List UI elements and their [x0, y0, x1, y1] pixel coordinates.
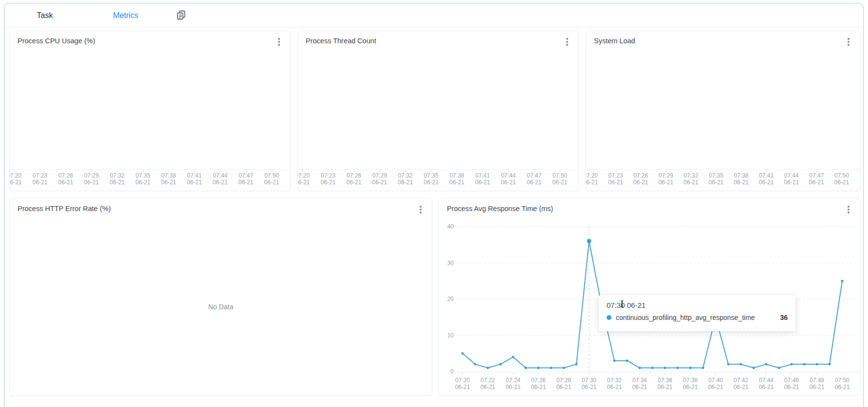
x-axis-label: 07:3506-21: [709, 173, 724, 186]
tab-task[interactable]: Task: [4, 11, 85, 20]
x-axis-label: 07:4106-21: [187, 173, 202, 186]
x-axis-label: 07:2606-21: [347, 173, 362, 186]
svg-text:10: 10: [447, 332, 454, 339]
x-axis-label: 07:2906-21: [372, 173, 387, 186]
panel-header: Process CPU Usage (%): [10, 31, 290, 51]
text-cursor-icon: I: [620, 299, 624, 309]
svg-text:07:20: 07:20: [455, 377, 470, 384]
svg-text:07:44: 07:44: [759, 377, 774, 384]
tooltip-metric-name: continuous_profiling_http_avg_response_t…: [616, 314, 755, 321]
svg-text:30: 30: [447, 260, 454, 266]
x-axis-label: 07:3806-21: [449, 173, 464, 186]
x-axis-label: 07:2306-21: [321, 173, 336, 186]
svg-text:07:30: 07:30: [582, 377, 596, 384]
svg-text:06-21: 06-21: [708, 384, 723, 390]
tooltip-series-row: continuous_profiling_http_avg_response_t…: [607, 314, 788, 321]
response-time-chart[interactable]: 01020304007:2006-2107:2206-2107:2406-210…: [439, 199, 860, 395]
x-axis-label: 07:5006-21: [834, 173, 850, 186]
panel-title: System Load: [594, 37, 635, 45]
svg-text:20: 20: [447, 296, 454, 302]
x-axis-label: 07:2006-21: [586, 173, 598, 186]
svg-text:07:36: 07:36: [658, 377, 672, 384]
svg-text:07:48: 07:48: [810, 377, 824, 384]
x-axis-label: 07:4706-21: [527, 173, 542, 186]
svg-text:07:28: 07:28: [556, 377, 571, 384]
svg-text:07:38: 07:38: [683, 377, 698, 384]
no-data-label: No Data: [10, 218, 432, 395]
svg-text:07:22: 07:22: [480, 377, 495, 384]
x-axis-label: 07:2906-21: [84, 173, 99, 186]
x-axis-label: 07:3206-21: [683, 173, 699, 186]
panel-process-cpu-usage: Process CPU Usage (%) 07:2006-2107:2306-…: [9, 31, 291, 191]
svg-text:06-21: 06-21: [506, 384, 521, 390]
x-axis-label: 07:3506-21: [135, 173, 150, 186]
tooltip-metric-value: 36: [780, 314, 788, 321]
panel-title: Process CPU Usage (%): [18, 37, 95, 45]
x-axis-label: 07:2306-21: [33, 173, 48, 186]
kebab-menu-icon[interactable]: [274, 36, 284, 48]
panel-header: System Load: [586, 31, 860, 51]
svg-text:06-21: 06-21: [683, 384, 698, 390]
svg-text:06-21: 06-21: [759, 384, 774, 390]
kebab-menu-icon[interactable]: [562, 36, 573, 48]
tab-metrics[interactable]: Metrics: [85, 11, 166, 20]
panel-title: Process HTTP Error Rate (%): [18, 205, 111, 212]
tooltip-timestamp: 07:30 06-21: [607, 301, 788, 309]
document-copy-icon[interactable]: [176, 10, 186, 21]
svg-text:06-21: 06-21: [556, 384, 572, 390]
x-axis: 07:2006-2107:2306-2107:2606-2107:2906-21…: [10, 169, 290, 191]
x-axis-label: 07:3506-21: [424, 173, 439, 186]
x-axis-label: 07:3806-21: [161, 173, 176, 186]
svg-text:0: 0: [450, 368, 454, 375]
x-axis-label: 07:4406-21: [784, 173, 799, 186]
series-dot-icon: [607, 315, 611, 320]
svg-text:06-21: 06-21: [531, 384, 546, 390]
x-axis-label: 07:5006-21: [264, 173, 279, 186]
svg-text:07:40: 07:40: [708, 377, 723, 384]
tab-bar: Task Metrics: [4, 3, 863, 28]
x-axis-label: 07:4106-21: [475, 173, 490, 186]
svg-text:07:24: 07:24: [506, 377, 520, 384]
x-axis-label: 07:3206-21: [398, 173, 413, 186]
x-axis-label: 07:4406-21: [501, 173, 516, 186]
x-axis-label: 07:2306-21: [608, 173, 623, 186]
x-axis: 07:2006-2107:2306-2107:2606-2107:2906-21…: [298, 169, 578, 191]
x-axis-label: 07:4406-21: [213, 173, 228, 186]
x-axis: 07:2006-2107:2306-2107:2606-2107:2906-21…: [586, 169, 860, 191]
metrics-page-frame: Task Metrics Process CPU Usage (%) 07:20…: [4, 3, 864, 407]
x-axis-label: 07:3206-21: [110, 173, 125, 186]
svg-text:06-21: 06-21: [455, 384, 470, 390]
svg-text:07:42: 07:42: [734, 377, 748, 384]
svg-text:07:26: 07:26: [531, 377, 546, 384]
svg-text:06-21: 06-21: [658, 384, 673, 390]
svg-text:07:32: 07:32: [607, 377, 622, 384]
svg-text:06-21: 06-21: [480, 384, 496, 390]
svg-text:07:46: 07:46: [784, 377, 799, 384]
x-axis-label: 07:5006-21: [553, 173, 568, 186]
svg-text:40: 40: [447, 223, 454, 230]
kebab-menu-icon[interactable]: [415, 204, 426, 215]
svg-text:06-21: 06-21: [607, 384, 622, 390]
x-axis-label: 07:2006-21: [297, 173, 310, 186]
x-axis-label: 07:4706-21: [809, 173, 824, 186]
svg-text:06-21: 06-21: [582, 384, 597, 390]
panel-process-http-error-rate: Process HTTP Error Rate (%) No Data: [9, 198, 432, 396]
svg-text:06-21: 06-21: [632, 384, 647, 390]
x-axis-label: 07:3806-21: [734, 173, 749, 186]
x-axis-label: 07:2606-21: [633, 173, 648, 186]
panel-process-thread-count: Process Thread Count 07:2006-2107:2306-2…: [297, 31, 579, 191]
svg-text:06-21: 06-21: [810, 384, 825, 390]
chart-tooltip: 07:30 06-21 continuous_profiling_http_av…: [599, 295, 795, 331]
panel-process-avg-response-time: Process Avg Response Time (ms) 010203040…: [439, 198, 860, 396]
x-axis-label: 07:2606-21: [58, 173, 74, 186]
panel-system-load: System Load 07:2006-2107:2306-2107:2606-…: [586, 31, 860, 191]
x-axis-label: 07:4106-21: [759, 173, 774, 186]
panel-header: Process Thread Count: [298, 31, 578, 51]
svg-text:06-21: 06-21: [835, 384, 850, 390]
svg-text:06-21: 06-21: [734, 384, 749, 390]
kebab-menu-icon[interactable]: [843, 36, 854, 48]
x-axis-label: 07:2906-21: [658, 173, 673, 186]
svg-text:06-21: 06-21: [784, 384, 799, 390]
svg-text:07:34: 07:34: [632, 377, 647, 384]
panel-title: Process Thread Count: [306, 37, 376, 45]
